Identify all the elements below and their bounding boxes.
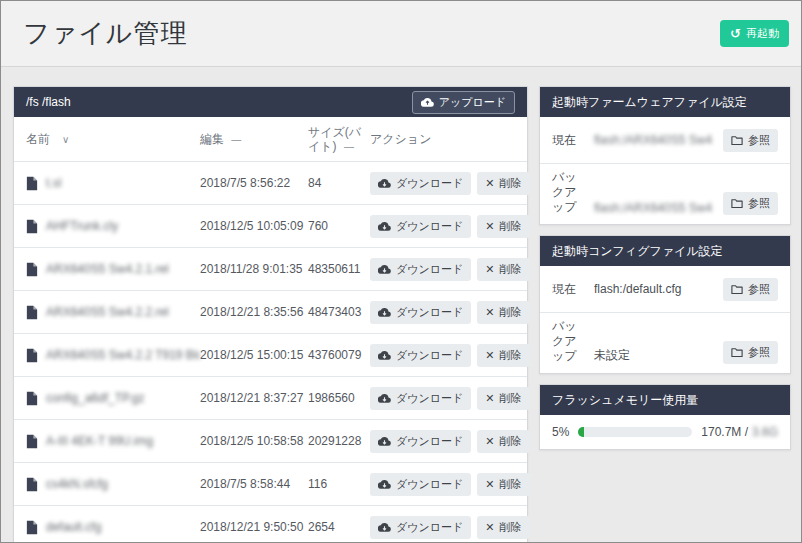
file-actions: ダウンロード ✕ 削除 [370, 172, 515, 195]
config-settings-card: 起動時コンフィグファイル設定 現在 flash:/default.cfg 参照 … [539, 235, 791, 374]
file-actions: ダウンロード ✕ 削除 [370, 473, 515, 496]
file-edited: 2018/12/21 8:37:27 [200, 391, 308, 405]
file-name-cell: AHFTrunk.cly [26, 219, 200, 234]
column-header-action: アクション [370, 131, 515, 148]
file-manager-card: /fs /flash アップロード 名前 ∨ [13, 86, 528, 543]
delete-button[interactable]: ✕ 削除 [477, 430, 529, 453]
download-button-label: ダウンロード [396, 262, 463, 277]
file-edited: 2018/12/21 9:50:50 [200, 520, 308, 534]
config-current-browse-button[interactable]: 参照 [723, 278, 778, 301]
cloud-download-icon [378, 221, 391, 232]
config-backup-label: バックアップ [552, 319, 584, 364]
folder-icon [731, 347, 743, 358]
folder-icon [731, 135, 743, 146]
file-name: config_a6df_TP.gz [46, 391, 145, 405]
delete-icon: ✕ [485, 177, 494, 190]
download-button[interactable]: ダウンロード [370, 172, 471, 195]
download-button[interactable]: ダウンロード [370, 258, 471, 281]
delete-icon: ✕ [485, 478, 494, 491]
file-edited: 2018/12/5 10:58:58 [200, 434, 308, 448]
download-button-label: ダウンロード [396, 434, 463, 449]
file-name-cell: config_a6df_TP.gz [26, 391, 200, 406]
delete-button-label: 削除 [500, 348, 522, 363]
delete-button[interactable]: ✕ 削除 [477, 215, 529, 238]
file-name-cell: cs4kN.sfcfg [26, 477, 200, 492]
file-size: 43760079 [308, 348, 370, 362]
sort-down-icon: ∨ [62, 134, 69, 145]
table-body: t.sl 2018/7/5 8:56:22 84 ダウンロード ✕ 削除 [14, 161, 527, 543]
file-icon [26, 391, 38, 406]
config-backup-browse-button[interactable]: 参照 [723, 341, 778, 364]
browse-button-label: 参照 [748, 282, 770, 297]
settings-column: 起動時ファームウェアファイル設定 現在 flash:/ARX640S5 Sw4.… [539, 86, 791, 543]
file-size: 84 [308, 176, 370, 190]
delete-icon: ✕ [485, 220, 494, 233]
table-row: AHFTrunk.cly 2018/12/5 10:05:09 760 ダウンロ… [14, 204, 527, 247]
file-size: 1986560 [308, 391, 370, 405]
delete-button[interactable]: ✕ 削除 [477, 172, 529, 195]
firmware-backup-label: バックアップ [552, 170, 584, 215]
browse-button-label: 参照 [748, 345, 770, 360]
download-button[interactable]: ダウンロード [370, 301, 471, 324]
download-button[interactable]: ダウンロード [370, 344, 471, 367]
delete-button[interactable]: ✕ 削除 [477, 473, 529, 496]
delete-button[interactable]: ✕ 削除 [477, 516, 529, 539]
table-row: default.cfg 2018/12/21 9:50:50 2654 ダウンロ… [14, 505, 527, 543]
download-button[interactable]: ダウンロード [370, 387, 471, 410]
download-button-label: ダウンロード [396, 219, 463, 234]
file-name: ARX640S5 Sw4.2.2 T919 Bld2.rel [46, 348, 200, 362]
cloud-download-icon [378, 350, 391, 361]
delete-button[interactable]: ✕ 削除 [477, 258, 529, 281]
column-label-action: アクション [370, 131, 431, 148]
delete-icon: ✕ [485, 263, 494, 276]
usage-percent: 5% [552, 425, 569, 439]
delete-button[interactable]: ✕ 削除 [477, 301, 529, 324]
config-current-label: 現在 [552, 282, 584, 297]
table-row: config_a6df_TP.gz 2018/12/21 8:37:27 198… [14, 376, 527, 419]
delete-icon: ✕ [485, 521, 494, 534]
delete-icon: ✕ [485, 435, 494, 448]
file-edited: 2018/12/5 10:05:09 [200, 219, 308, 233]
cloud-upload-icon [421, 97, 434, 108]
file-edited: 2018/12/5 15:00:15 [200, 348, 308, 362]
column-header-name[interactable]: 名前 ∨ [26, 131, 200, 148]
delete-button-label: 削除 [500, 434, 522, 449]
delete-icon: ✕ [485, 349, 494, 362]
cloud-download-icon [378, 479, 391, 490]
column-header-size[interactable]: サイズ(バイト) — [308, 125, 370, 154]
delete-button-label: 削除 [500, 520, 522, 535]
file-size: 760 [308, 219, 370, 233]
file-icon [26, 219, 38, 234]
file-size: 2654 [308, 520, 370, 534]
download-button[interactable]: ダウンロード [370, 473, 471, 496]
download-button-label: ダウンロード [396, 477, 463, 492]
download-button[interactable]: ダウンロード [370, 430, 471, 453]
usage-card-header: フラッシュメモリー使用量 [540, 385, 790, 415]
delete-button[interactable]: ✕ 削除 [477, 344, 529, 367]
restart-button[interactable]: ↺ 再起動 [720, 20, 789, 47]
upload-button[interactable]: アップロード [412, 91, 515, 114]
table-row: ARX640S5 Sw4.2.1.rel 2018/11/28 9:01:35 … [14, 247, 527, 290]
browse-button-label: 参照 [748, 196, 770, 211]
firmware-current-label: 現在 [552, 133, 584, 148]
usage-value: 170.7M / 3.6G [701, 425, 778, 439]
delete-button[interactable]: ✕ 削除 [477, 387, 529, 410]
file-icon [26, 477, 38, 492]
file-edited: 2018/7/5 8:58:44 [200, 477, 308, 491]
browse-button-label: 参照 [748, 133, 770, 148]
download-button[interactable]: ダウンロード [370, 516, 471, 539]
download-button[interactable]: ダウンロード [370, 215, 471, 238]
firmware-backup-browse-button[interactable]: 参照 [723, 192, 778, 215]
table-row: ARX640S5 Sw4.2.2 T919 Bld2.rel 2018/12/5… [14, 333, 527, 376]
firmware-backup-value: flash:/ARX640S5 Sw4.2.1.rel [594, 201, 713, 215]
column-header-edited[interactable]: 編集 — [200, 131, 308, 148]
download-button-label: ダウンロード [396, 348, 463, 363]
config-backup-value: 未設定 [594, 347, 713, 364]
file-icon [26, 348, 38, 363]
folder-icon [731, 198, 743, 209]
firmware-current-browse-button[interactable]: 参照 [723, 129, 778, 152]
breadcrumb[interactable]: /fs /flash [26, 95, 71, 109]
config-card-title: 起動時コンフィグファイル設定 [552, 243, 723, 260]
main-content: /fs /flash アップロード 名前 ∨ [1, 67, 801, 543]
config-card-header: 起動時コンフィグファイル設定 [540, 236, 790, 266]
